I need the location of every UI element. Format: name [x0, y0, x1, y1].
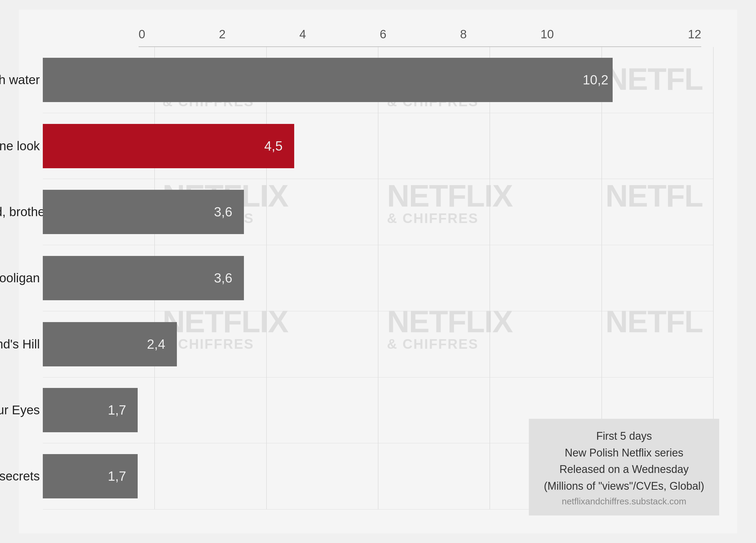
bar-label: High water: [0, 73, 40, 87]
bar-row: The Hooligan3,6: [43, 245, 713, 311]
x-tick: 12: [621, 28, 701, 41]
bar: 10,2: [43, 58, 713, 102]
bar: 3,6: [43, 256, 713, 300]
bar-label: Hound's Hill: [0, 337, 40, 351]
x-tick: 8: [460, 28, 541, 41]
legend-line: (Millions of "views"/CVEs, Global): [544, 478, 704, 495]
bar: 3,6: [43, 190, 713, 234]
x-tick: 10: [541, 28, 621, 41]
bar-value-label: 3,6: [214, 271, 232, 286]
bar-label: Family secrets: [0, 469, 40, 483]
chart-container: NETFLIX& CHIFFRESNETFLIX& CHIFFRESNETFLN…: [19, 10, 737, 533]
bar-value-label: 1,7: [108, 403, 126, 418]
x-tick: 6: [380, 28, 460, 41]
bar-fill: [43, 124, 294, 168]
bar: 2,4: [43, 322, 713, 366]
bar-label: Just one look: [0, 139, 40, 153]
bar-fill: [43, 58, 613, 102]
bar: 4,5: [43, 124, 713, 168]
x-axis: 024681012: [139, 28, 701, 41]
bar-label: Open Your Eyes: [0, 403, 40, 417]
bar-value-label: 1,7: [108, 469, 126, 484]
bar-value-label: 4,5: [264, 139, 283, 154]
legend-line: New Polish Netflix series: [544, 445, 704, 461]
legend-url: netflixandchiffres.substack.com: [544, 496, 704, 506]
x-tick: 2: [219, 28, 300, 41]
legend-box: First 5 daysNew Polish Netflix seriesRel…: [529, 419, 719, 515]
bar-value-label: 2,4: [147, 337, 165, 352]
bar-row: Hound's Hill2,4: [43, 311, 713, 377]
bar-label: The Hooligan: [0, 271, 40, 285]
legend-line: First 5 days: [544, 428, 704, 445]
x-tick: 0: [139, 28, 219, 41]
bar-row: Go ahead, brother3,6: [43, 179, 713, 245]
bar-label: Go ahead, brother: [0, 205, 40, 219]
x-tick: 4: [299, 28, 380, 41]
legend-line: Released on a Wednesday: [544, 461, 704, 478]
bar-value-label: 10,2: [583, 72, 608, 87]
bar-row: High water10,2: [43, 47, 713, 113]
bar-value-label: 3,6: [214, 204, 232, 219]
bar-row: Just one look4,5: [43, 113, 713, 179]
